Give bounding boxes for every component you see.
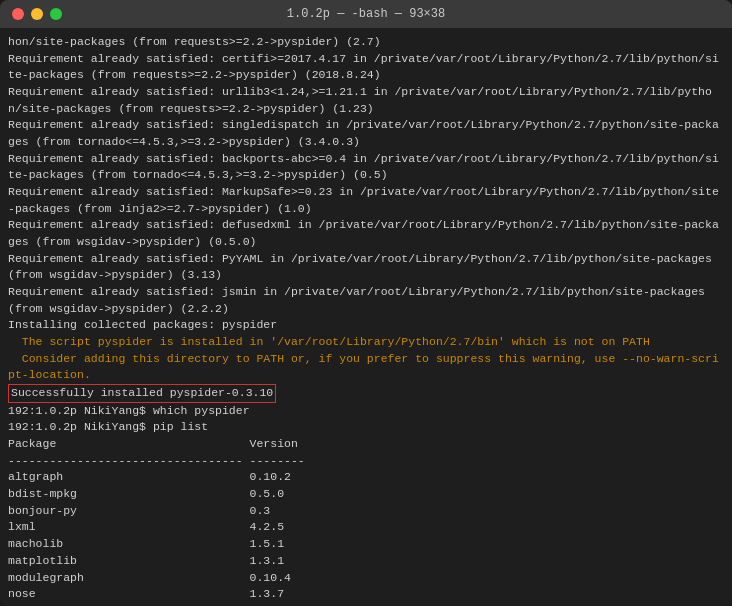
terminal-line: Requirement already satisfied: backports… — [8, 151, 724, 184]
titlebar: 1.0.2p — -bash — 93×38 — [0, 0, 732, 28]
terminal-line: Requirement already satisfied: singledis… — [8, 117, 724, 150]
traffic-lights — [12, 8, 62, 20]
terminal-line: modulegraph 0.10.4 — [8, 570, 724, 587]
terminal-line: 192:1.0.2p NikiYang$ which pyspider — [8, 403, 724, 420]
warning-line: The script pyspider is installed in '/va… — [8, 334, 724, 351]
terminal-line: Requirement already satisfied: certifi>=… — [8, 51, 724, 84]
success-line: Successfully installed pyspider-0.3.10 — [8, 384, 276, 403]
terminal-line: Requirement already satisfied: urllib3<1… — [8, 84, 724, 117]
warning-line: Consider adding this directory to PATH o… — [8, 351, 724, 384]
terminal-line: bonjour-py 0.3 — [8, 503, 724, 520]
terminal-line: Requirement already satisfied: jsmin in … — [8, 284, 724, 317]
maximize-button[interactable] — [50, 8, 62, 20]
terminal-line: macholib 1.5.1 — [8, 536, 724, 553]
terminal-line: matplotlib 1.3.1 — [8, 553, 724, 570]
terminal-line: Installing collected packages: pyspider — [8, 317, 724, 334]
terminal-line: bdist-mpkg 0.5.0 — [8, 486, 724, 503]
terminal-line: Package Version — [8, 436, 724, 453]
terminal-body[interactable]: hon/site-packages (from requests>=2.2->p… — [0, 28, 732, 606]
terminal-line: lxml 4.2.5 — [8, 519, 724, 536]
terminal-window: 1.0.2p — -bash — 93×38 hon/site-packages… — [0, 0, 732, 606]
terminal-line: ---------------------------------- -----… — [8, 453, 724, 470]
terminal-line: Requirement already satisfied: MarkupSaf… — [8, 184, 724, 217]
terminal-line: altgraph 0.10.2 — [8, 469, 724, 486]
terminal-line: 192:1.0.2p NikiYang$ pip list — [8, 419, 724, 436]
minimize-button[interactable] — [31, 8, 43, 20]
terminal-line: nose 1.3.7 — [8, 586, 724, 603]
terminal-line: Requirement already satisfied: PyYAML in… — [8, 251, 724, 284]
terminal-line: Requirement already satisfied: defusedxm… — [8, 217, 724, 250]
terminal-line: hon/site-packages (from requests>=2.2->p… — [8, 34, 724, 51]
window-title: 1.0.2p — -bash — 93×38 — [287, 7, 445, 21]
close-button[interactable] — [12, 8, 24, 20]
